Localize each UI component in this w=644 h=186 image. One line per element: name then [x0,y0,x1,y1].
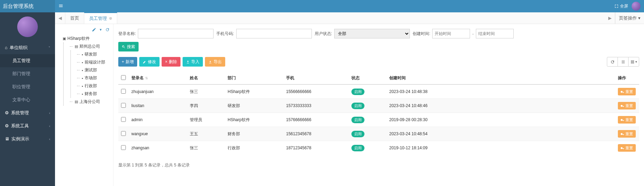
row-checkbox[interactable] [121,103,126,108]
col-name[interactable]: 姓名 [187,72,225,84]
nav-item[interactable]: 员工管理 [0,54,55,67]
export-button[interactable]: 导出 [205,57,225,67]
tree-edit-icon[interactable] [92,27,96,32]
folder-icon: ▤ [75,100,78,104]
add-button[interactable]: +新增 [118,57,137,67]
nav-group[interactable]: ⚙系统管理‹ [0,106,55,119]
cell-login: zhujuanjuan [129,84,187,99]
menu-toggle[interactable] [58,3,63,9]
table-row[interactable]: zhangsan张三行政部18712345678启用2019-10-12 18:… [118,141,639,155]
chevron-icon: ‹ [49,124,50,128]
nav-item[interactable]: 部门管理 [0,67,55,80]
upload-icon [186,60,190,64]
row-checkbox[interactable] [121,131,126,136]
tree-node[interactable]: ▪市场部 [76,74,112,82]
tree-caret-icon[interactable]: ▾ [100,27,102,32]
col-dept[interactable]: 部门 [225,72,283,84]
tree-node[interactable]: ▪财务部 [76,90,112,98]
grid-icon [630,60,635,64]
folder-icon: ▤ [75,44,78,49]
table-columns[interactable]: ▾ [628,57,639,67]
plus-icon: + [122,59,124,64]
nav-item[interactable]: 职位管理 [0,80,55,93]
nav-item[interactable]: 文章中心 [0,93,55,106]
time-start-input[interactable] [432,29,470,38]
file-icon: ▪ [82,76,83,80]
cell-name: 王五 [187,127,225,141]
select-all-checkbox[interactable] [121,75,126,80]
table-toolbar: +新增 修改 ×删除 导入 导出 [118,57,639,67]
time-end-input[interactable] [476,29,514,38]
tabs-bar: ◀ 首页员工管理⊗ ▶ 页签操作 ▾ [55,12,644,24]
table-row[interactable]: liusitan李四研发部15733333333启用2023-03-24 10:… [118,99,639,113]
nav-group[interactable]: ⌂单位组织˅ [0,41,55,54]
table-refresh[interactable] [607,57,618,67]
cell-login: liusitan [129,99,187,113]
tree-node[interactable]: ▪测试部 [76,66,112,74]
col-created[interactable]: 创建时间 [386,72,615,84]
tree-node[interactable]: ▪前端设计部 [76,58,112,66]
table-toggle[interactable] [618,57,629,67]
tree-refresh-icon[interactable] [105,27,110,32]
tree-node[interactable]: ▣HSharp软件 [61,35,112,43]
col-mobile[interactable]: 手机 [283,72,349,84]
list-icon [621,60,625,64]
chevron-icon: ‹ [49,111,50,115]
user-avatar[interactable] [632,2,641,11]
nav-icon: ⚙ [5,123,9,128]
close-icon[interactable]: ⊗ [109,16,112,21]
tree-panel: ▾ ▣HSharp软件▤郑州总公司▪研发部▪前端设计部▪测试部▪市场部▪行政部▪… [55,24,113,186]
table-row[interactable]: zhujuanjuan张三HSharp软件15566666666启用2023-0… [118,84,639,99]
import-button[interactable]: 导入 [183,57,203,67]
col-ops[interactable]: 操作 [615,72,639,84]
col-status[interactable]: 状态 [349,72,386,84]
time-label: 创建时间: [413,31,430,37]
tab[interactable]: 首页 [65,12,84,24]
sidebar-avatar [0,12,55,41]
tabs-prev[interactable]: ◀ [55,12,65,24]
table-row[interactable]: wangxue王五财务部15612345678启用2023-03-24 10:4… [118,127,639,141]
tree-node[interactable]: ▤郑州总公司 [68,43,112,50]
tree-node[interactable]: ▪研发部 [76,50,112,58]
col-login[interactable]: 登录名 [131,75,144,80]
data-table: 登录名⇅ 姓名 部门 手机 状态 创建时间 操作 zhujuanjuan张三HS… [118,72,639,155]
tree-node[interactable]: ▪行政部 [76,82,112,90]
tabs-next[interactable]: ▶ [605,12,615,24]
search-icon [122,45,125,49]
cell-dept: HSharp软件 [225,113,283,127]
status-badge: 启用 [351,89,364,95]
row-checkbox[interactable] [121,117,126,122]
fullscreen-button[interactable]: 全屏 [614,3,628,9]
reset-button[interactable]: 重置 [618,130,636,138]
delete-button[interactable]: ×删除 [162,57,181,67]
nav-icon: ⚙ [5,110,9,115]
file-icon: ▪ [82,60,83,65]
table-row[interactable]: admin管理员HSharp软件15766666666启用2019-09-28 … [118,113,639,127]
tree-node[interactable]: ▤上海分公司 [68,98,112,106]
refresh-icon [610,60,615,64]
nav-group[interactable]: 🖥实例演示‹ [0,132,55,146]
bars-icon [58,3,63,8]
status-select[interactable]: 全部 [334,29,410,38]
row-checkbox[interactable] [121,89,126,94]
caret-down-icon: ▾ [638,15,641,21]
search-button[interactable]: 搜索 [118,42,139,51]
cell-dept: 行政部 [225,141,283,155]
reset-button[interactable]: 重置 [618,144,636,152]
reset-button[interactable]: 重置 [618,88,636,95]
tab[interactable]: 员工管理⊗ [84,12,117,24]
reset-button[interactable]: 重置 [618,116,636,124]
status-label: 用户状态: [315,31,332,37]
cell-login: zhangsan [129,141,187,155]
row-checkbox[interactable] [121,145,126,150]
cell-created: 2023-03-24 10:48:54 [386,127,615,141]
key-icon [621,90,624,94]
reset-button[interactable]: 重置 [618,102,636,109]
nav-group[interactable]: ⚙系统工具‹ [0,119,55,132]
login-input[interactable] [138,29,214,38]
edit-button[interactable]: 修改 [139,57,160,67]
tabs-ops-dropdown[interactable]: 页签操作 ▾ [615,12,644,24]
cell-name: 管理员 [187,113,225,127]
key-icon [621,118,624,122]
mobile-input[interactable] [236,29,312,38]
